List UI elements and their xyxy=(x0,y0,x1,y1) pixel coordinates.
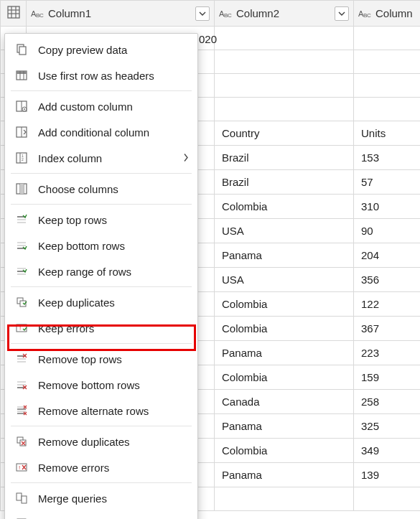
cell[interactable]: Panama xyxy=(215,463,354,487)
cell[interactable]: Country xyxy=(215,121,354,146)
cell[interactable]: 223 xyxy=(354,341,421,365)
menu-remove-bottom-rows[interactable]: Remove bottom rows xyxy=(5,372,197,398)
cell[interactable]: USA xyxy=(215,219,354,243)
cell[interactable] xyxy=(354,50,421,74)
headers-icon xyxy=(14,67,29,83)
menu-keep-bottom-rows[interactable]: Keep bottom rows xyxy=(5,233,197,258)
cell[interactable]: 90 xyxy=(354,219,421,243)
menu-copy-preview[interactable]: Copy preview data xyxy=(5,37,197,62)
keep-bottom-icon xyxy=(14,238,29,253)
cell[interactable]: Colombia xyxy=(215,195,354,219)
menu-append-queries[interactable]: Append queries xyxy=(5,511,197,519)
menu-remove-alternate-rows[interactable]: Remove alternate rows xyxy=(5,398,197,424)
cell[interactable] xyxy=(215,487,354,511)
cell[interactable] xyxy=(354,27,421,50)
cell[interactable]: 367 xyxy=(354,317,421,341)
menu-separator xyxy=(11,343,192,344)
copy-icon xyxy=(14,42,29,57)
remove-alternate-icon xyxy=(14,403,29,419)
gear-column-icon xyxy=(14,98,29,114)
cell[interactable]: USA xyxy=(215,268,354,292)
cell[interactable]: Panama xyxy=(215,414,354,439)
cell[interactable]: 153 xyxy=(354,146,421,170)
column-header-1[interactable]: ABC Column1 xyxy=(27,1,215,27)
menu-merge-queries[interactable]: Merge queries xyxy=(5,485,197,511)
svg-rect-62 xyxy=(22,496,27,503)
menu-keep-top-rows[interactable]: Keep top rows xyxy=(5,207,197,233)
cell[interactable] xyxy=(215,98,354,121)
cell[interactable] xyxy=(354,487,421,511)
column-header-label: Column2 xyxy=(236,7,330,19)
svg-text:C: C xyxy=(39,12,44,19)
keep-range-icon xyxy=(14,263,29,279)
cell[interactable] xyxy=(215,74,354,98)
menu-remove-duplicates[interactable]: Remove duplicates xyxy=(5,429,197,454)
column-header-3[interactable]: ABC Column xyxy=(354,1,421,27)
cell[interactable] xyxy=(354,98,421,121)
menu-label: Remove alternate rows xyxy=(38,405,189,417)
cell[interactable]: Canada xyxy=(215,390,354,414)
cell[interactable]: Panama xyxy=(215,341,354,365)
cell[interactable]: 204 xyxy=(354,243,421,268)
cell[interactable]: 356 xyxy=(354,268,421,292)
menu-separator xyxy=(11,426,192,426)
cell[interactable]: Brazil xyxy=(215,170,354,195)
menu-first-row-headers[interactable]: Use first row as headers xyxy=(5,62,197,88)
cell[interactable]: 159 xyxy=(354,365,421,390)
cell[interactable]: 122 xyxy=(354,292,421,317)
menu-label: Remove duplicates xyxy=(38,436,189,448)
column-header-2[interactable]: ABC Column2 xyxy=(215,1,354,27)
cell[interactable]: Colombia xyxy=(215,365,354,390)
remove-top-icon xyxy=(14,351,29,367)
cell[interactable]: Panama xyxy=(215,243,354,268)
menu-separator xyxy=(11,482,192,483)
menu-keep-duplicates[interactable]: Keep duplicates xyxy=(5,289,197,315)
menu-label: Add conditional column xyxy=(38,126,189,139)
column-filter-button[interactable] xyxy=(195,6,210,21)
svg-rect-61 xyxy=(17,493,22,500)
menu-add-conditional-column[interactable]: Add conditional column xyxy=(5,119,197,145)
menu-label: Copy preview data xyxy=(38,44,189,56)
cell[interactable]: 325 xyxy=(354,414,421,439)
menu-index-column[interactable]: 12 Index column xyxy=(5,145,197,171)
text-type-icon: ABC xyxy=(31,8,44,19)
svg-rect-33 xyxy=(20,184,24,194)
menu-label: Remove errors xyxy=(38,462,189,474)
cell[interactable]: Colombia xyxy=(215,317,354,341)
keep-duplicates-icon xyxy=(14,294,29,310)
cell[interactable]: 349 xyxy=(354,439,421,463)
column-filter-button[interactable] xyxy=(335,6,349,21)
menu-separator xyxy=(11,90,192,91)
cell[interactable]: Colombia xyxy=(215,292,354,317)
menu-choose-columns[interactable]: Choose columns xyxy=(5,176,197,202)
remove-errors-icon: ! xyxy=(14,459,29,475)
cell[interactable]: Brazil xyxy=(215,146,354,170)
menu-label: Remove top rows xyxy=(38,353,189,365)
grid-corner[interactable] xyxy=(1,1,27,27)
text-type-icon: ABC xyxy=(358,8,371,19)
cell[interactable] xyxy=(215,50,354,74)
conditional-column-icon xyxy=(14,124,29,140)
cell[interactable]: 258 xyxy=(354,390,421,414)
menu-keep-errors[interactable]: ! Keep errors xyxy=(5,315,197,341)
cell[interactable] xyxy=(215,27,354,50)
menu-separator xyxy=(11,173,192,174)
menu-keep-range-rows[interactable]: Keep range of rows xyxy=(5,258,197,284)
menu-label: Add custom column xyxy=(38,100,189,113)
cell[interactable] xyxy=(354,74,421,98)
menu-label: Keep bottom rows xyxy=(38,240,189,252)
cell[interactable]: 310 xyxy=(354,195,421,219)
cell[interactable]: Units xyxy=(354,121,421,146)
menu-remove-errors[interactable]: ! Remove errors xyxy=(5,454,197,480)
svg-rect-0 xyxy=(8,6,19,18)
menu-remove-top-rows[interactable]: Remove top rows xyxy=(5,346,197,372)
cell[interactable]: 139 xyxy=(354,463,421,487)
svg-text:2: 2 xyxy=(22,157,24,162)
menu-add-custom-column[interactable]: Add custom column xyxy=(5,93,197,119)
menu-label: Choose columns xyxy=(38,183,189,195)
cell[interactable]: Colombia xyxy=(215,439,354,463)
cell[interactable]: 57 xyxy=(354,170,421,195)
merge-icon xyxy=(14,490,29,506)
menu-label: Use first row as headers xyxy=(38,70,189,82)
svg-rect-45 xyxy=(17,324,27,332)
